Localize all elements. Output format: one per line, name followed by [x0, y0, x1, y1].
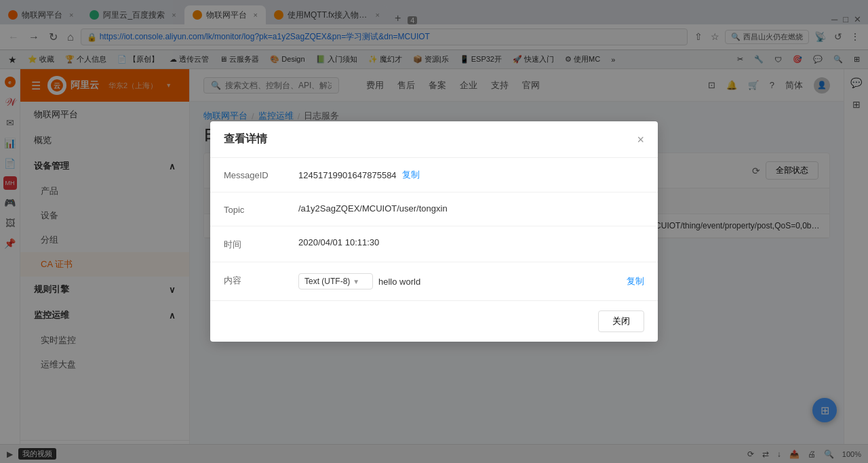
content-body: hello world	[378, 277, 621, 287]
modal-header: 查看详情 ×	[210, 121, 658, 158]
time-label-modal: 时间	[224, 237, 285, 251]
time-value-area: 2020/04/01 10:11:30	[298, 237, 644, 247]
modal-body: MessageID 12451719901647875584 复制 Topic …	[210, 158, 658, 300]
messageid-copy-button[interactable]: 复制	[402, 169, 420, 181]
modal-footer: 关闭	[210, 300, 658, 342]
topic-label: Topic	[224, 203, 285, 215]
modal-row-messageid: MessageID 12451719901647875584 复制	[210, 158, 658, 193]
content-type-arrow: ▼	[353, 278, 359, 285]
topic-value-area: /a1y2SagZQEX/MCUIOT/user/tongxin	[298, 203, 644, 214]
topic-value: /a1y2SagZQEX/MCUIOT/user/tongxin	[298, 203, 448, 214]
content-copy-button[interactable]: 复制	[627, 275, 644, 287]
detail-modal: 查看详情 × MessageID 12451719901647875584 复制…	[210, 121, 658, 342]
modal-row-topic: Topic /a1y2SagZQEX/MCUIOT/user/tongxin	[210, 193, 658, 226]
modal-title: 查看详情	[224, 132, 267, 146]
modal-overlay: 查看详情 × MessageID 12451719901647875584 复制…	[0, 0, 868, 463]
time-value: 2020/04/01 10:11:30	[298, 237, 379, 247]
modal-close-button[interactable]: ×	[637, 134, 644, 146]
messageid-value-area: 12451719901647875584 复制	[298, 169, 644, 181]
messageid-value: 12451719901647875584	[298, 170, 397, 180]
content-type-selector[interactable]: Text (UTF-8) ▼	[298, 273, 373, 289]
content-value-area: Text (UTF-8) ▼ hello world 复制	[298, 273, 644, 289]
modal-row-time: 时间 2020/04/01 10:11:30	[210, 226, 658, 262]
modal-close-btn[interactable]: 关闭	[598, 310, 644, 332]
messageid-label: MessageID	[224, 169, 285, 180]
modal-row-content: 内容 Text (UTF-8) ▼ hello world 复制	[210, 262, 658, 300]
content-label: 内容	[224, 273, 285, 287]
content-type-value: Text (UTF-8)	[304, 277, 350, 286]
